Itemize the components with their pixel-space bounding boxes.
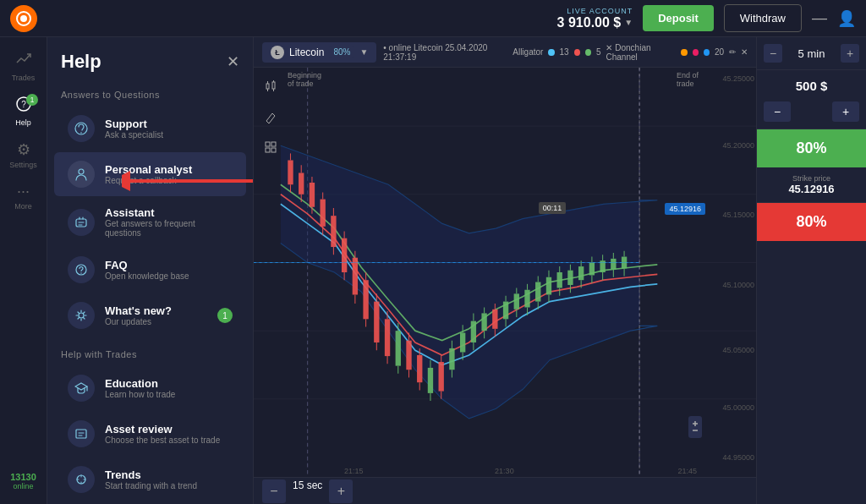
- help-item-faq[interactable]: FAQ Open knowledge base: [54, 248, 246, 292]
- trends-text: Trends Start trading with a trend: [105, 468, 197, 490]
- svg-rect-36: [288, 160, 293, 184]
- svg-rect-87: [471, 321, 476, 342]
- svg-rect-45: [320, 200, 325, 227]
- ind3-val: 5: [596, 47, 601, 57]
- svg-rect-134: [688, 416, 702, 438]
- sidebar-item-trades[interactable]: Trades: [0, 44, 47, 89]
- whatsnew-sub: Our updates: [105, 317, 172, 326]
- payout-up-label: 80%: [767, 140, 856, 157]
- svg-rect-99: [514, 293, 519, 309]
- asset-selector-button[interactable]: Ł Litecoin 80% ▼: [262, 42, 376, 63]
- section1-title: Answers to Questions: [47, 79, 253, 105]
- asset-review-sub: Choose the best asset to trade: [105, 436, 220, 445]
- zoom-controls: [687, 414, 704, 443]
- amount-decrease-button[interactable]: −: [764, 101, 791, 122]
- support-text: Support Ask a specialist: [105, 118, 163, 140]
- svg-rect-66: [396, 331, 401, 365]
- amount-section: 500 $ − +: [757, 70, 866, 129]
- trends-title: Trends: [105, 468, 197, 481]
- draw-tool-button[interactable]: [259, 105, 282, 129]
- faq-text: FAQ Open knowledge base: [105, 259, 189, 281]
- svg-rect-25: [271, 142, 276, 146]
- svg-text:?: ?: [21, 100, 26, 109]
- svg-line-23: [272, 113, 275, 116]
- chart-timestamp: • online Litecoin 25.04.2020 21:37:19: [383, 43, 507, 62]
- svg-rect-18: [272, 82, 275, 89]
- chevron-down-icon: ▼: [624, 18, 633, 27]
- svg-point-6: [80, 132, 82, 134]
- layout-tool-button[interactable]: [259, 135, 282, 159]
- svg-rect-57: [363, 280, 368, 319]
- live-account-section: LIVE ACCOUNT 3 910.00 $ ▼: [557, 7, 633, 30]
- svg-rect-84: [460, 332, 465, 352]
- help-item-whatsnew[interactable]: What's new? Our updates 1: [54, 293, 246, 337]
- live-account-label: LIVE ACCOUNT: [567, 7, 633, 15]
- more-icon: ···: [17, 183, 30, 200]
- chart-bottom-bar: − 15 sec +: [254, 477, 756, 504]
- status-number: 13130: [10, 472, 36, 482]
- ind2-dot: [574, 49, 580, 56]
- time-interval-value: 15 sec: [293, 479, 322, 503]
- help-label: Help: [15, 118, 31, 127]
- zoom-out-button[interactable]: −: [262, 479, 286, 503]
- time-increase-button[interactable]: +: [841, 44, 859, 63]
- sidebar-item-more[interactable]: ··· More: [0, 176, 47, 217]
- nav-status: 13130 online: [7, 465, 40, 497]
- close-button[interactable]: ✕: [227, 52, 239, 71]
- payout-up-button[interactable]: 80%: [757, 129, 866, 167]
- personal-icon: [68, 161, 95, 188]
- zoom-in-button[interactable]: +: [329, 479, 353, 503]
- time-selector: − 5 min +: [757, 37, 866, 70]
- asset-pct-badge: 80%: [329, 46, 354, 58]
- help-item-asset-review[interactable]: Asset review Choose the best asset to tr…: [54, 412, 246, 456]
- chart-tools-left: − 15 sec +: [262, 479, 353, 503]
- svg-rect-75: [428, 368, 433, 393]
- svg-rect-72: [417, 355, 422, 382]
- alligator-dot: [548, 49, 554, 56]
- withdraw-button[interactable]: Withdraw: [724, 4, 802, 32]
- amount-increase-button[interactable]: +: [832, 101, 859, 122]
- svg-rect-39: [299, 173, 304, 194]
- payout-down-button[interactable]: 80%: [757, 203, 866, 241]
- price-label: 45.12916: [665, 203, 705, 215]
- help-item-personal[interactable]: Personal analyst Request a callback: [54, 152, 246, 196]
- beginning-of-trade-label: Beginningof trade: [288, 71, 321, 88]
- svg-rect-111: [557, 272, 562, 288]
- logo-icon: [10, 5, 37, 32]
- sidebar-item-help[interactable]: ? Help 1: [0, 89, 47, 134]
- svg-point-10: [80, 272, 81, 273]
- deposit-button[interactable]: Deposit: [643, 5, 714, 31]
- sidebar-item-settings[interactable]: ⚙ Settings: [0, 134, 47, 176]
- chart-canvas: Beginningof trade End oftrade 45.25000 4…: [254, 68, 756, 477]
- alligator-label: Alligator: [512, 47, 543, 57]
- donchian-val: 20: [715, 47, 724, 57]
- chart-svg: [254, 68, 756, 477]
- y-label-3: 45.15000: [722, 211, 754, 219]
- y-label-4: 45.10000: [722, 281, 754, 289]
- help-title: Help: [61, 51, 101, 73]
- personal-sub: Request a callback: [105, 176, 192, 185]
- help-item-assistant[interactable]: Assistant Get answers to frequent questi…: [54, 198, 246, 246]
- help-item-support[interactable]: Support Ask a specialist: [54, 107, 246, 151]
- help-panel: Help ✕ Answers to Questions Support Ask …: [47, 37, 254, 504]
- trades-icon: [15, 51, 32, 72]
- svg-rect-105: [535, 282, 540, 302]
- help-item-education[interactable]: Education Learn how to trade: [54, 366, 246, 410]
- live-account-amount: 3 910.00 $ ▼: [557, 15, 633, 30]
- asset-name: Litecoin: [289, 47, 324, 58]
- profile-icon[interactable]: 👤: [837, 9, 856, 28]
- alligator-val: 13: [560, 47, 569, 57]
- time-decrease-button[interactable]: −: [764, 44, 782, 63]
- support-title: Support: [105, 118, 163, 130]
- minimize-icon[interactable]: —: [812, 9, 827, 27]
- help-item-trends[interactable]: Trends Start trading with a trend: [54, 457, 246, 501]
- whatsnew-badge: 1: [217, 308, 233, 323]
- candle-tool-button[interactable]: [259, 74, 282, 98]
- d1-dot: [681, 49, 687, 56]
- chart-area: Ł Litecoin 80% ▼ • online Litecoin 25.04…: [254, 37, 756, 504]
- chart-toolbar: Ł Litecoin 80% ▼ • online Litecoin 25.04…: [254, 37, 756, 68]
- faq-title: FAQ: [105, 259, 189, 271]
- help-badge: 1: [26, 94, 38, 106]
- education-text: Education Learn how to trade: [105, 377, 175, 399]
- main-area: Trades ? Help 1 ⚙ Settings ··· More 1313…: [0, 37, 866, 504]
